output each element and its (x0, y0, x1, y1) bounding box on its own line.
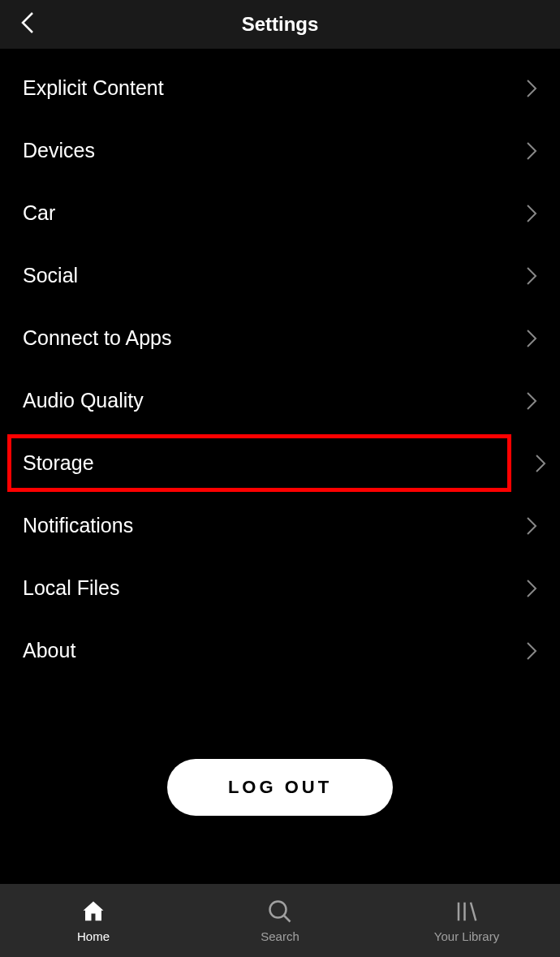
header: Settings (0, 0, 560, 49)
chevron-right-icon (526, 391, 537, 411)
svg-line-4 (471, 902, 476, 920)
item-label: Explicit Content (23, 76, 164, 100)
page-title: Settings (242, 13, 319, 36)
nav-label: Home (77, 929, 110, 943)
logout-container: LOG OUT (0, 759, 560, 816)
settings-item-storage[interactable]: Storage (5, 432, 514, 494)
settings-item-devices[interactable]: Devices (0, 119, 560, 182)
chevron-right-icon (526, 204, 537, 223)
item-label: Audio Quality (23, 389, 144, 412)
settings-item-audio-quality[interactable]: Audio Quality (0, 369, 560, 432)
settings-item-about[interactable]: About (0, 619, 560, 682)
settings-item-local-files[interactable]: Local Files (0, 557, 560, 619)
chevron-right-icon (526, 79, 537, 98)
settings-item-social[interactable]: Social (0, 244, 560, 307)
item-label: Social (23, 264, 78, 287)
item-label: Devices (23, 139, 95, 162)
home-icon (81, 899, 106, 925)
back-button[interactable] (16, 12, 41, 37)
svg-point-0 (270, 901, 286, 917)
search-icon (268, 899, 292, 925)
nav-item-home[interactable]: Home (0, 899, 187, 943)
chevron-left-icon (20, 11, 37, 37)
item-label: Car (23, 201, 55, 225)
item-label: Notifications (23, 514, 133, 537)
chevron-right-icon (535, 454, 546, 473)
chevron-right-icon (526, 329, 537, 348)
item-label: Local Files (23, 576, 120, 600)
chevron-right-icon (526, 141, 537, 161)
settings-item-notifications[interactable]: Notifications (0, 494, 560, 557)
chevron-right-icon (526, 516, 537, 536)
nav-item-search[interactable]: Search (187, 899, 373, 943)
item-label: Connect to Apps (23, 326, 171, 350)
chevron-right-icon (526, 266, 537, 286)
nav-item-your-library[interactable]: Your Library (373, 899, 560, 943)
nav-label: Search (261, 929, 299, 943)
item-label: About (23, 639, 75, 662)
bottom-nav: Home Search Your Library (0, 884, 560, 957)
settings-item-explicit-content[interactable]: Explicit Content (0, 57, 560, 119)
settings-list: Explicit Content Devices Car Social Conn… (0, 49, 560, 816)
settings-item-connect-to-apps[interactable]: Connect to Apps (0, 307, 560, 369)
logout-button[interactable]: LOG OUT (167, 759, 393, 816)
svg-line-1 (284, 916, 291, 922)
chevron-right-icon (526, 641, 537, 661)
settings-item-car[interactable]: Car (0, 182, 560, 244)
item-label: Storage (23, 451, 94, 475)
chevron-right-icon (526, 579, 537, 598)
library-icon (454, 899, 479, 925)
nav-label: Your Library (434, 929, 499, 943)
